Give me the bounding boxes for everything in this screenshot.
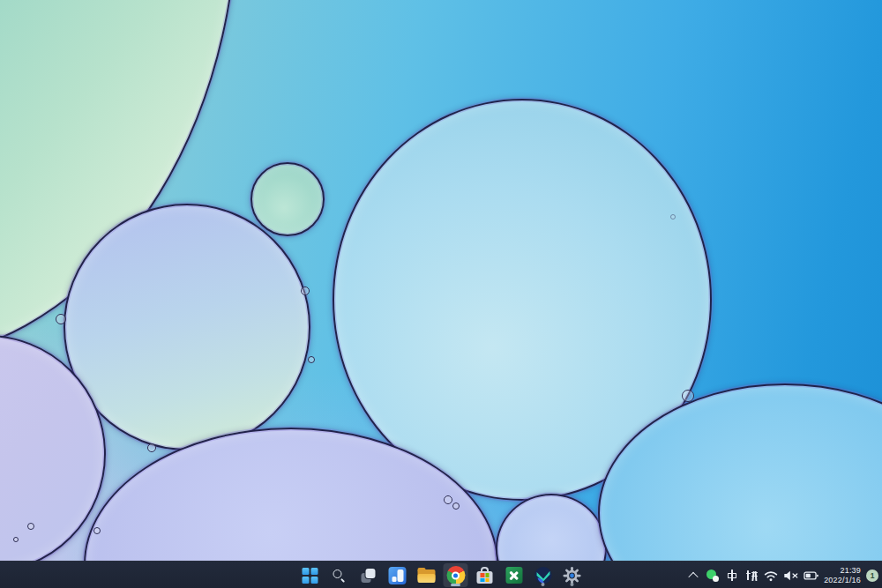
- microsoft-store-button[interactable]: [473, 563, 497, 587]
- battery-icon: [804, 570, 818, 581]
- clock-time: 21:39: [824, 566, 861, 576]
- running-app-indicator: [542, 583, 545, 586]
- oil-bubble-mid-left: [64, 204, 310, 450]
- desktop-wallpaper: 21:39 2022/1/16 1: [0, 0, 882, 588]
- tiny-bubble: [301, 287, 310, 295]
- search-icon: [333, 569, 347, 583]
- widgets-icon: [389, 567, 407, 584]
- battery-button[interactable]: [804, 565, 818, 586]
- clock-date: 2022/1/16: [824, 576, 861, 585]
- v-app-button[interactable]: [531, 563, 556, 587]
- volume-muted-icon: [783, 569, 798, 582]
- taskbar-app-group: [298, 562, 585, 588]
- folder-icon: [418, 569, 436, 583]
- ime-mode-indicator[interactable]: [725, 565, 739, 586]
- search-button[interactable]: [327, 563, 352, 587]
- running-app-indicator: [571, 583, 574, 586]
- widgets-button[interactable]: [385, 563, 410, 587]
- excel-icon: [505, 567, 522, 584]
- tiny-bubble: [444, 495, 452, 504]
- volume-button[interactable]: [783, 565, 798, 586]
- system-tray: 21:39 2022/1/16 1: [686, 562, 878, 588]
- chrome-icon: [446, 566, 465, 584]
- green-messenger-icon: [706, 569, 719, 582]
- chinese-mode-glyph: [727, 569, 738, 581]
- windows-logo-icon: [303, 568, 318, 584]
- notification-count-badge[interactable]: 1: [866, 569, 878, 582]
- oil-bubble-small-upper: [250, 162, 325, 236]
- tiny-bubble: [147, 443, 156, 452]
- task-view-button[interactable]: [356, 563, 381, 587]
- tiny-bubble: [27, 523, 34, 530]
- settings-button[interactable]: [560, 563, 585, 587]
- messenger-tray-button[interactable]: [706, 565, 720, 586]
- chevron-up-icon: [688, 571, 698, 581]
- store-bag-icon: [476, 567, 494, 584]
- tiny-bubble: [13, 537, 19, 542]
- file-explorer-button[interactable]: [415, 563, 439, 587]
- chrome-button[interactable]: [444, 563, 468, 587]
- tiny-bubble: [93, 527, 101, 534]
- hidden-icons-button[interactable]: [686, 565, 700, 586]
- wifi-icon: [764, 569, 778, 582]
- tiny-bubble: [670, 214, 676, 220]
- active-app-indicator: [451, 584, 460, 586]
- start-button[interactable]: [298, 563, 323, 587]
- clock[interactable]: 21:39 2022/1/16: [824, 566, 861, 584]
- taskbar: 21:39 2022/1/16 1: [0, 561, 882, 588]
- circle-v-icon: [534, 566, 552, 584]
- excel-button[interactable]: [502, 563, 527, 587]
- tiny-bubble: [308, 356, 315, 363]
- wifi-button[interactable]: [764, 565, 778, 586]
- pinyin-glyph: [746, 569, 758, 581]
- task-view-icon: [361, 568, 377, 584]
- ime-layout-indicator[interactable]: [744, 565, 759, 586]
- tiny-bubble: [682, 390, 694, 402]
- tiny-bubble: [452, 502, 460, 510]
- tiny-bubble: [56, 314, 66, 324]
